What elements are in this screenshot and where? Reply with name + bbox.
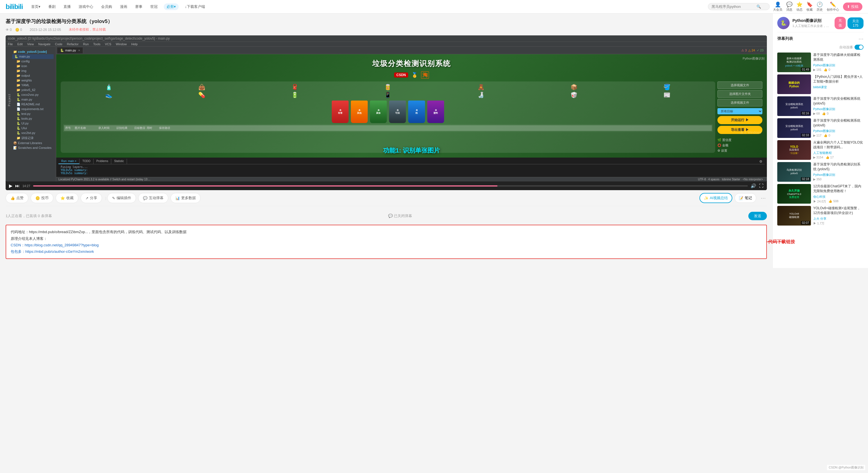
rec-item-6[interactable]: 永久开放 ChatGPT4.0 免费使用 12月份最新ChatGPT来了，国内无… (777, 184, 864, 203)
select-video-btn[interactable]: 选择视频文件 (717, 82, 763, 89)
nav-member[interactable]: 👤 大会员 (773, 1, 782, 12)
rec-item-1[interactable]: 能就业的 Python 【Python入门训练】爬虫开发+人工智能+数据分析 b… (777, 74, 864, 94)
menu-file[interactable]: File (8, 42, 13, 46)
search-input[interactable] (712, 4, 756, 9)
menu-run[interactable]: Run (83, 42, 89, 46)
rec-item-7[interactable]: YOLOv8碰撞检测 02:07 YOLOv8+碰撞检测+追尾预警，12月份最新… (777, 206, 864, 225)
run-tab-problems[interactable]: Problems (94, 159, 111, 164)
tree-readme[interactable]: 📄 README.md (16, 102, 54, 107)
select-image-folder-btn[interactable]: 选择图片文件夹 (717, 90, 763, 98)
menu-refactor[interactable]: Refactor (67, 42, 79, 46)
search-icon[interactable]: 🔍 (756, 4, 761, 9)
menu-code[interactable]: Code (55, 42, 62, 46)
nav-create[interactable]: ✏️ 创作中心 (827, 1, 839, 12)
settings-icon[interactable]: ⚙ 设置 (717, 149, 763, 153)
rec-item-5[interactable]: 鸟类检测识别yolov5 02:18 基于深度学习的鸟类检测识别系统 (yolo… (777, 162, 864, 182)
tree-coco2voc[interactable]: 🐍 coco2voc.py (16, 92, 54, 97)
edit-plugin-button[interactable]: ✎ 编辑插件 (107, 193, 136, 203)
nav-manga[interactable]: 漫画 (118, 3, 129, 10)
tree-root[interactable]: 📁 code_yolov5 [code] (12, 50, 54, 54)
next-button[interactable]: ⏭ (15, 183, 20, 188)
upload-button[interactable]: ⬆ 投稿 (843, 3, 862, 11)
play-button[interactable]: ▶ (9, 183, 12, 188)
interactive-popup-button[interactable]: 💬 互动弹幕 (138, 193, 168, 203)
run-tab-todo[interactable]: TODO (80, 159, 94, 164)
circle-icon[interactable]: ⭕ 金额 (717, 143, 763, 148)
tree-main-py[interactable]: 🐍 main.py (12, 54, 54, 59)
csdn-link[interactable]: CSDN：https://blog.csdn.net/qq_28949847?t… (11, 242, 762, 248)
nav-vip[interactable]: 会员购 (99, 3, 114, 10)
menu-tools[interactable]: Tools (93, 42, 100, 46)
tree-training[interactable]: 📁 训练记录 (16, 135, 54, 141)
nav-bijian[interactable]: 必剪▾ (164, 3, 179, 10)
nav-download[interactable]: ↓下载客户端 (183, 3, 207, 10)
author-info: Python图像识别 1.人工智能工作从业者，分享个人项目经验 2.感谢大... (793, 18, 832, 28)
github-link[interactable]: 包包多：https://mbd.pub/o/author-cGeYm2xm/wo… (11, 248, 762, 255)
nav-history[interactable]: 🕐 历史 (816, 1, 823, 12)
rec-item-2[interactable]: 安全帽检测系统yolov5 02:16 基于深度学习的安全帽检测系统(yolov… (777, 96, 864, 116)
video-player[interactable]: code_yolov5 [D:\lg\Baidu\SyncDisk\projec… (6, 35, 767, 190)
rec-item-4[interactable]: YOLO 实战项目 *大合集* 火遍全网的六个人工智能YOLO实战项目！附带源码… (777, 140, 864, 160)
tree-img[interactable]: 📂 img (16, 68, 54, 73)
recharge-button[interactable]: 充值 (835, 17, 846, 29)
volume-button[interactable]: 🔊 (751, 183, 756, 188)
auto-play-toggle[interactable] (855, 45, 864, 50)
playlist-menu-icon[interactable]: ⋯ (859, 36, 864, 42)
menu-edit[interactable]: Edit (18, 42, 23, 46)
more-button[interactable]: ⋯ (760, 194, 767, 202)
tree-yolov5[interactable]: 📂 yolov5_62 (16, 88, 54, 92)
select-video-file-btn[interactable]: 选择视频文件 (717, 99, 763, 106)
run-btn[interactable]: 开始运行 ▶ (717, 116, 763, 124)
site-logo[interactable]: bilibili (6, 3, 23, 11)
send-comment-button[interactable]: 发送 (748, 212, 767, 220)
target-selector[interactable]: 所有目标 (717, 108, 763, 114)
nav-message[interactable]: 💬 消息 (786, 1, 793, 12)
tree-ui[interactable]: 🐍 UI.py (16, 121, 54, 126)
tree-weights[interactable]: 📂 weights (16, 78, 54, 83)
tree-scratches[interactable]: 📝 Scratches and Consoles (12, 146, 54, 150)
nav-home[interactable]: 首页▾ (30, 3, 42, 10)
follow-button[interactable]: 关注 175 (847, 18, 864, 29)
share-button[interactable]: ↗ 分享 (81, 193, 102, 203)
nav-dynamic[interactable]: ⭐ 动态 (796, 1, 803, 12)
tree-test[interactable]: 🐍 test.py (16, 112, 54, 116)
tree-voc2txt[interactable]: 🐍 voc2txt.py (16, 131, 54, 135)
menu-navigate[interactable]: Navigate (38, 42, 50, 46)
leaf-icon[interactable]: 🌿 置信度 (717, 138, 763, 142)
danmu-toggle[interactable]: 💬 已关闭弹幕 (388, 214, 412, 219)
tree-main[interactable]: 🐍 main.py (16, 97, 54, 102)
menu-vcs[interactable]: VCS (105, 42, 112, 46)
run-tab-main[interactable]: Run: main × (58, 159, 80, 164)
nav-anime[interactable]: 番剧 (46, 3, 57, 10)
tree-output[interactable]: 📂 output (16, 73, 54, 78)
fullscreen-button[interactable]: ⛶ (759, 183, 764, 188)
tree-uiui[interactable]: 🐍 UIui (16, 126, 54, 131)
menu-window[interactable]: Window (116, 42, 127, 46)
rec-item-0[interactable]: 森林火焰烟雾检测识别系统 yolov5 + v5检测 01:49 基于深度学习的… (777, 53, 864, 72)
like-button[interactable]: 👍 点赞 (6, 193, 28, 203)
nav-live[interactable]: 直播 (62, 3, 72, 10)
tree-icon[interactable]: 📂 icon (16, 64, 54, 68)
tree-tools[interactable]: 🐍 tools.py (16, 116, 54, 121)
tree-external-libs[interactable]: 📦 External Libraries (12, 141, 54, 146)
nav-match[interactable]: 赛事 (133, 3, 144, 10)
rec-item-3[interactable]: 安全帽检测系统yolov8 02:33 基于深度学习的安全帽检测系统 (yolo… (777, 118, 864, 138)
nav-favorite[interactable]: 🔖 收藏 (806, 1, 813, 12)
tree-yaml[interactable]: 📂 YAML (16, 83, 54, 88)
ai-summary-button[interactable]: ✨ AI视频总结 (700, 193, 732, 203)
nav-world[interactable]: 世冠 (149, 3, 159, 10)
tab-close[interactable]: × (79, 49, 80, 52)
progress-bar[interactable] (33, 185, 748, 187)
menu-help[interactable]: Help (131, 42, 137, 46)
tab-main-py[interactable]: 🐍 main.py × (57, 48, 83, 53)
more-data-button[interactable]: 📊 更多数据 (170, 193, 200, 203)
run-settings-icon[interactable]: ⚙ (759, 160, 763, 163)
coin-button[interactable]: 🪙 投币 (31, 193, 53, 203)
tree-requirements[interactable]: 📄 requirements.txt (16, 107, 54, 112)
run-tab-statistic[interactable]: Statistic (111, 159, 127, 164)
nav-game[interactable]: 游戏中心 (77, 3, 95, 10)
tree-config[interactable]: 📂 config (16, 59, 54, 64)
menu-view[interactable]: View (27, 42, 34, 46)
note-button[interactable]: 📝 笔记 (735, 193, 756, 203)
star-button[interactable]: ⭐ 收藏 (56, 193, 79, 203)
